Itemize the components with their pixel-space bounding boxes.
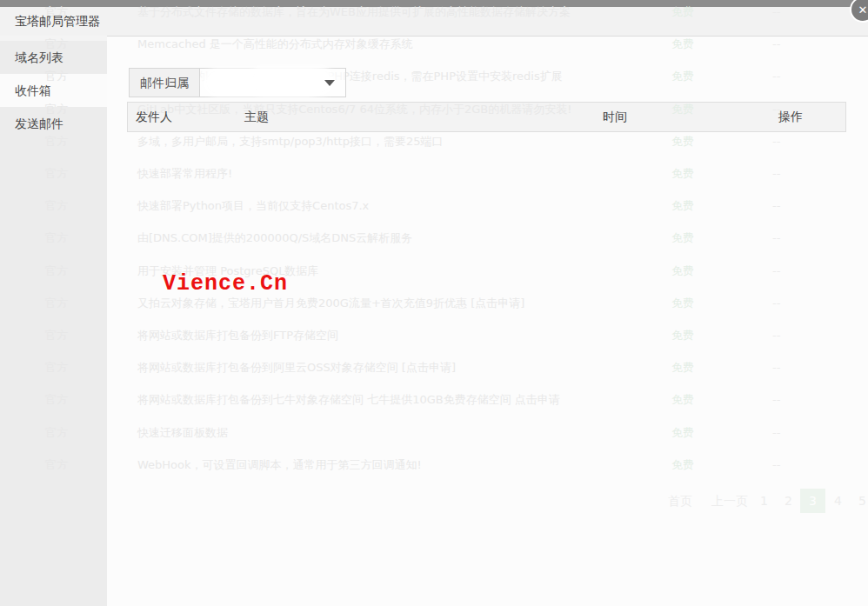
background-extra: --: [772, 264, 780, 278]
background-extra: --: [772, 329, 780, 343]
background-software-row: 官方 多域，多用户邮局，支持smtp/pop3/http接口，需要25端口 免费…: [0, 135, 868, 149]
background-description: 快速部署常用程序!: [137, 167, 232, 181]
background-software-row: 官方 又拍云对象存储，宝塔用户首月免费200G流量+首次充值9折优惠 [点击申请…: [0, 296, 868, 310]
column-header-subject: 主题: [244, 102, 269, 132]
background-price: 免费: [671, 37, 694, 51]
caret-down-icon: [324, 80, 335, 86]
column-header-action: 操作: [778, 102, 803, 132]
background-software-row: 官方 WebHook，可设置回调脚本，通常用于第三方回调通知! 免费 --: [0, 458, 868, 472]
watermark: Vience.Cn: [163, 271, 288, 296]
close-icon: ✕: [858, 3, 868, 17]
background-price: 免费: [671, 426, 694, 440]
background-price: 免费: [671, 264, 694, 278]
background-software-row: 官方 由[DNS.COM]提供的200000Q/S域名DNS云解析服务 免费 -…: [0, 231, 868, 245]
background-software-row: 官方 快速部署常用程序! 免费 --: [0, 167, 868, 181]
background-price: 免费: [671, 296, 694, 310]
background-extra: --: [772, 135, 780, 149]
background-price: 免费: [671, 458, 694, 472]
pagination-prev: 上一页: [711, 494, 748, 509]
background-extra: --: [772, 199, 780, 213]
sidebar-item-label: 收件箱: [15, 83, 51, 97]
pagination-page: 1: [760, 494, 768, 508]
background-price: 免费: [671, 393, 694, 407]
background-software-row: 官方 快速迁移面板数据 免费 --: [0, 426, 868, 440]
sidebar-item-domain-list[interactable]: 域名列表: [0, 41, 107, 74]
background-extra: --: [772, 393, 780, 407]
background-description: 由[DNS.COM]提供的200000Q/S域名DNS云解析服务: [137, 231, 412, 245]
mail-owner-label: 邮件归属: [130, 69, 200, 97]
background-description: WebHook，可设置回调脚本，通常用于第三方回调通知!: [137, 458, 422, 472]
background-price: 免费: [671, 329, 694, 343]
background-price: 免费: [671, 361, 694, 375]
background-description: 又拍云对象存储，宝塔用户首月免费200G流量+首次充值9折优惠 [点击申请]: [137, 296, 524, 310]
column-header-time: 时间: [603, 102, 627, 132]
modal-header-band: [0, 7, 868, 37]
sidebar-item-send-mail[interactable]: 发送邮件: [0, 107, 107, 140]
page-title: 宝塔邮局管理器: [15, 7, 100, 36]
background-price: 免费: [671, 70, 694, 83]
background-extra: --: [772, 167, 780, 181]
pagination-page: 5: [858, 494, 866, 508]
background-description: 多域，多用户邮局，支持smtp/pop3/http接口，需要25端口: [137, 135, 444, 149]
background-software-row: 官方 将网站或数据库打包备份到FTP存储空间 免费 --: [0, 329, 868, 343]
background-software-row: 官方 将网站或数据库打包备份到阿里云OSS对象存储空间 [点击申请] 免费 --: [0, 361, 868, 375]
background-extra: --: [772, 37, 780, 51]
background-description: 将网站或数据库打包备份到阿里云OSS对象存储空间 [点击申请]: [137, 361, 456, 375]
top-strip: [0, 0, 868, 7]
pagination-page-active: 3: [800, 489, 825, 513]
background-software-row: 官方 将网站或数据库打包备份到七牛对象存储空间 七牛提供10GB免费存储空间 点…: [0, 393, 868, 407]
pagination-page: 4: [834, 494, 842, 508]
background-description: 将网站或数据库打包备份到七牛对象存储空间 七牛提供10GB免费存储空间 点击申请: [137, 393, 560, 407]
background-extra: --: [772, 426, 780, 440]
background-extra: --: [772, 361, 780, 375]
background-price: 免费: [671, 231, 694, 245]
sidebar-item-inbox[interactable]: 收件箱: [0, 74, 107, 107]
background-software-row: 官方 快速部署Python项目，当前仅支持Centos7.x 免费 --: [0, 199, 868, 213]
sidebar-item-label: 域名列表: [15, 50, 63, 64]
background-extra: --: [772, 231, 780, 245]
background-extra: --: [772, 70, 780, 83]
pagination-page: 2: [785, 494, 792, 508]
background-price: 免费: [671, 167, 694, 181]
mail-table-header: [127, 102, 846, 132]
sidebar-item-label: 发送邮件: [15, 117, 63, 130]
background-price: 免费: [671, 199, 694, 213]
background-description: 将网站或数据库打包备份到FTP存储空间: [137, 329, 338, 343]
pagination-first: 首页: [668, 494, 692, 509]
bt-mail-manager-window: 首页 上一页 1 2 3 4 5 官方 基于分布式文件存储的数据库，旨在为WEB…: [0, 0, 868, 606]
censored-value-blur: [252, 70, 331, 92]
mail-owner-dropdown[interactable]: [200, 69, 345, 97]
mail-owner-control: 邮件归属: [129, 68, 346, 97]
background-extra: --: [772, 296, 780, 310]
background-extra: --: [772, 458, 780, 472]
background-description: Memcached 是一个高性能的分布式内存对象缓存系统: [137, 37, 413, 51]
column-header-sender: 发件人: [136, 102, 172, 132]
background-description: 快速迁移面板数据: [137, 426, 228, 440]
background-price: 免费: [671, 135, 694, 149]
background-software-row: 官方 Memcached 是一个高性能的分布式内存对象缓存系统 免费 --: [0, 37, 868, 51]
background-description: 快速部署Python项目，当前仅支持Centos7.x: [137, 199, 369, 213]
background-software-row: 官方 用于安装并管理 PostgreSQL数据库 免费 --: [0, 264, 868, 278]
